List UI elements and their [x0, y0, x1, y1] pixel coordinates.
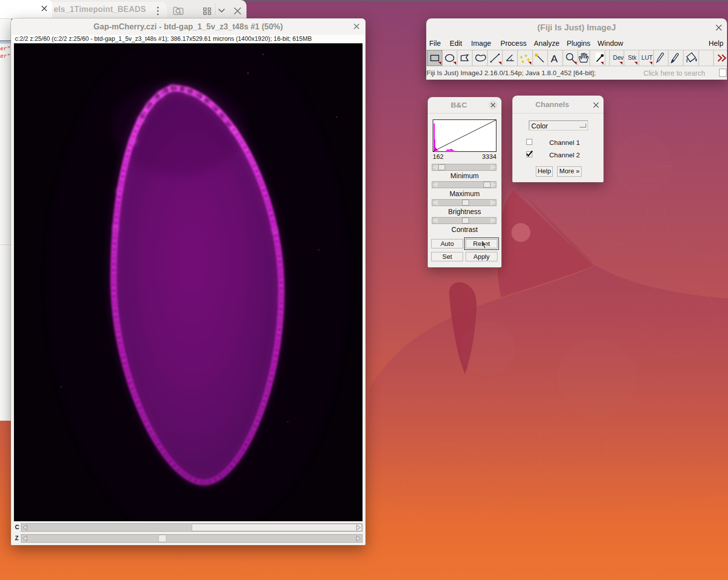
svg-text:A: A: [551, 53, 558, 64]
svg-text:LUT: LUT: [641, 54, 653, 61]
svg-text:Dev: Dev: [613, 54, 623, 61]
svg-text:Stk: Stk: [628, 54, 637, 61]
